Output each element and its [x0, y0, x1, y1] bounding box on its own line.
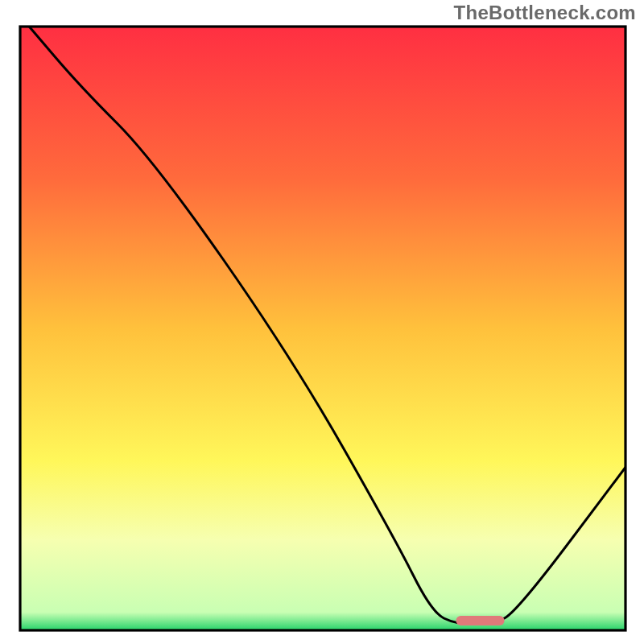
bottleneck-chart: [0, 0, 644, 644]
optimal-range-marker: [456, 616, 504, 625]
chart-frame: TheBottleneck.com: [0, 0, 644, 644]
